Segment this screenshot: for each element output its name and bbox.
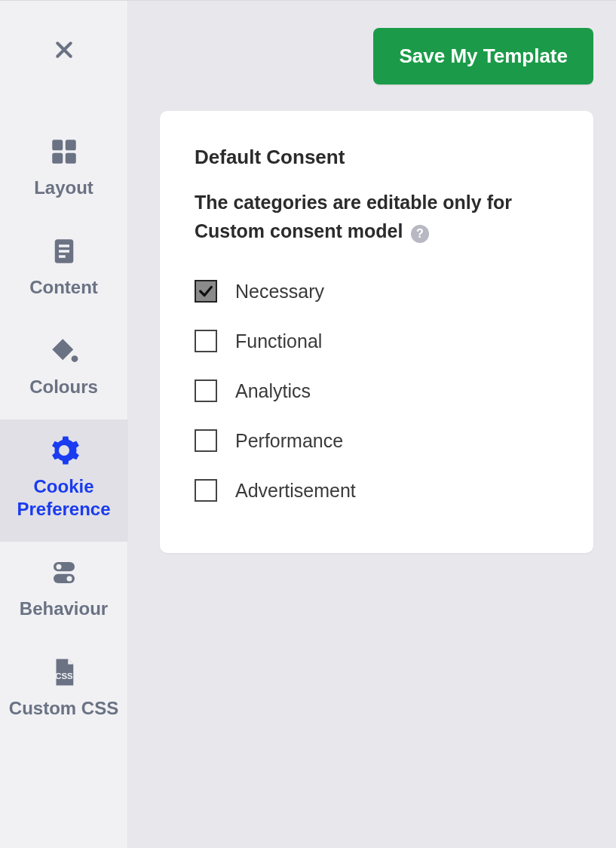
option-label: Performance bbox=[235, 430, 343, 452]
option-analytics[interactable]: Analytics bbox=[195, 366, 559, 416]
main-panel: Save My Template Default Consent The cat… bbox=[128, 1, 616, 848]
checkbox-performance[interactable] bbox=[195, 429, 217, 452]
sidebar-item-label: Content bbox=[29, 276, 98, 299]
svg-point-15 bbox=[66, 576, 72, 581]
app-root: Layout Content Colours bbox=[0, 0, 616, 848]
checkbox-necessary[interactable] bbox=[195, 280, 217, 303]
option-label: Necessary bbox=[235, 281, 324, 303]
sidebar: Layout Content Colours bbox=[0, 1, 128, 848]
save-template-button[interactable]: Save My Template bbox=[373, 28, 593, 84]
option-label: Advertisement bbox=[235, 480, 356, 502]
svg-rect-7 bbox=[59, 244, 69, 247]
svg-point-13 bbox=[56, 564, 61, 570]
option-performance[interactable]: Performance bbox=[195, 416, 559, 465]
option-advertisement[interactable]: Advertisement bbox=[195, 465, 559, 515]
svg-rect-2 bbox=[52, 140, 63, 150]
svg-rect-9 bbox=[59, 255, 66, 258]
sidebar-item-label: Behaviour bbox=[20, 598, 108, 620]
gear-icon bbox=[48, 435, 80, 466]
sidebar-item-colours[interactable]: Colours bbox=[0, 320, 127, 419]
card-subtitle: The categories are editable only for Cus… bbox=[195, 192, 512, 241]
svg-point-11 bbox=[61, 447, 67, 453]
card-title: Default Consent bbox=[195, 146, 559, 169]
sidebar-item-label: Cookie Preference bbox=[8, 475, 120, 521]
consent-options: Necessary Functional Analytics Performan… bbox=[195, 266, 559, 515]
svg-text:CSS: CSS bbox=[55, 671, 73, 681]
checkbox-functional[interactable] bbox=[195, 330, 217, 352]
option-label: Functional bbox=[235, 330, 322, 352]
checkbox-advertisement[interactable] bbox=[195, 479, 217, 502]
close-icon[interactable] bbox=[53, 38, 75, 64]
sidebar-item-label: Custom CSS bbox=[9, 697, 118, 720]
svg-rect-4 bbox=[52, 153, 63, 164]
sidebar-item-cookie-preference[interactable]: Cookie Preference bbox=[0, 419, 127, 542]
sidebar-item-label: Colours bbox=[29, 376, 98, 398]
svg-point-10 bbox=[71, 355, 78, 362]
document-icon bbox=[48, 235, 80, 267]
grid-icon bbox=[48, 136, 80, 167]
css-file-icon: CSS bbox=[48, 656, 80, 688]
card-subtitle-row: The categories are editable only for Cus… bbox=[195, 189, 559, 245]
checkbox-analytics[interactable] bbox=[195, 379, 217, 402]
sidebar-item-custom-css[interactable]: CSS Custom CSS bbox=[0, 641, 127, 741]
toggle-icon bbox=[48, 557, 80, 588]
sidebar-item-content[interactable]: Content bbox=[0, 220, 127, 320]
svg-rect-5 bbox=[65, 153, 75, 164]
paint-bucket-icon bbox=[48, 335, 80, 367]
option-label: Analytics bbox=[235, 380, 311, 402]
default-consent-card: Default Consent The categories are edita… bbox=[160, 111, 593, 553]
sidebar-item-behaviour[interactable]: Behaviour bbox=[0, 542, 127, 641]
option-functional[interactable]: Functional bbox=[195, 316, 559, 366]
svg-rect-3 bbox=[65, 140, 75, 150]
option-necessary[interactable]: Necessary bbox=[195, 266, 559, 316]
svg-rect-8 bbox=[59, 250, 69, 253]
help-icon[interactable]: ? bbox=[411, 225, 429, 243]
sidebar-item-label: Layout bbox=[34, 177, 93, 199]
sidebar-item-layout[interactable]: Layout bbox=[0, 121, 127, 220]
